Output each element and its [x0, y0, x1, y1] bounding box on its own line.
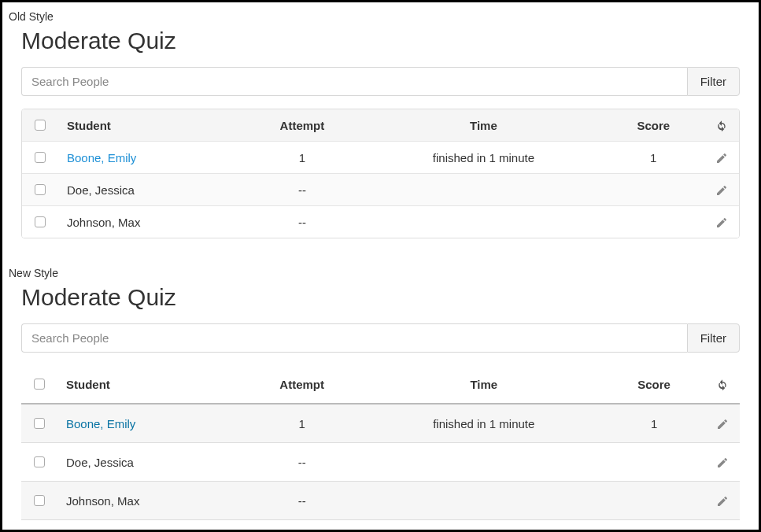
- cell-attempt: 1: [239, 142, 364, 174]
- pencil-icon[interactable]: [716, 456, 729, 469]
- cell-time: [364, 443, 603, 482]
- pencil-icon[interactable]: [715, 184, 728, 197]
- table-row: Johnson, Max --: [21, 482, 740, 520]
- old-style-label: Old Style: [9, 10, 740, 23]
- cell-score: [602, 206, 704, 238]
- refresh-icon: [716, 379, 729, 391]
- new-style-label: New Style: [9, 267, 740, 279]
- filter-button[interactable]: Filter: [687, 323, 740, 353]
- pencil-icon[interactable]: [715, 152, 728, 164]
- col-student[interactable]: Student: [57, 365, 239, 404]
- student-name: Johnson, Max: [66, 494, 139, 508]
- page-title: Moderate Quiz: [21, 28, 740, 54]
- col-time[interactable]: Time: [364, 365, 603, 404]
- cell-score: [603, 443, 705, 482]
- table-row: Johnson, Max --: [22, 206, 739, 238]
- col-refresh[interactable]: [705, 365, 740, 404]
- student-name: Johnson, Max: [67, 216, 140, 229]
- cell-score: [603, 482, 705, 520]
- student-link[interactable]: Boone, Emily: [67, 151, 136, 164]
- col-student[interactable]: Student: [57, 109, 239, 142]
- row-checkbox[interactable]: [35, 184, 46, 195]
- select-all-checkbox[interactable]: [35, 120, 46, 131]
- cell-time: finished in 1 minute: [364, 404, 603, 443]
- cell-attempt: --: [239, 206, 364, 238]
- refresh-icon: [715, 120, 728, 132]
- cell-time: [364, 206, 602, 238]
- table-row: Boone, Emily 1 finished in 1 minute 1: [21, 404, 740, 443]
- search-input[interactable]: [21, 323, 687, 353]
- filter-button[interactable]: Filter: [687, 67, 740, 96]
- row-checkbox[interactable]: [34, 495, 45, 506]
- student-name: Doe, Jessica: [66, 456, 134, 469]
- cell-attempt: --: [239, 443, 364, 482]
- cell-attempt: 1: [239, 404, 364, 443]
- table-row: Boone, Emily 1 finished in 1 minute 1: [22, 142, 739, 174]
- cell-time: [364, 174, 602, 206]
- student-name: Doe, Jessica: [67, 183, 135, 197]
- col-attempt[interactable]: Attempt: [239, 365, 364, 404]
- pencil-icon[interactable]: [716, 418, 729, 430]
- cell-score: 1: [602, 142, 704, 174]
- row-checkbox[interactable]: [35, 152, 46, 163]
- row-checkbox[interactable]: [35, 216, 46, 227]
- pencil-icon[interactable]: [716, 495, 729, 508]
- cell-attempt: --: [239, 482, 364, 520]
- cell-time: finished in 1 minute: [364, 142, 602, 174]
- select-all-checkbox[interactable]: [34, 379, 45, 390]
- table-row: Doe, Jessica --: [21, 443, 740, 482]
- students-table-new: Student Attempt Time Score Boone, Emily …: [21, 365, 740, 520]
- row-checkbox[interactable]: [34, 456, 45, 467]
- students-table-old: Student Attempt Time Score Boone, Emily …: [21, 109, 740, 238]
- col-refresh[interactable]: [704, 109, 739, 142]
- pencil-icon[interactable]: [715, 216, 728, 229]
- col-attempt[interactable]: Attempt: [239, 109, 364, 142]
- cell-attempt: --: [239, 174, 364, 206]
- row-checkbox[interactable]: [34, 418, 45, 429]
- col-score[interactable]: Score: [603, 365, 705, 404]
- cell-score: [602, 174, 704, 206]
- search-input[interactable]: [21, 67, 687, 96]
- student-link[interactable]: Boone, Emily: [66, 417, 135, 430]
- table-row: Doe, Jessica --: [22, 174, 739, 206]
- col-score[interactable]: Score: [602, 109, 704, 142]
- cell-time: [364, 482, 603, 520]
- col-time[interactable]: Time: [364, 109, 602, 142]
- cell-score: 1: [603, 404, 705, 443]
- page-title: Moderate Quiz: [21, 284, 740, 311]
